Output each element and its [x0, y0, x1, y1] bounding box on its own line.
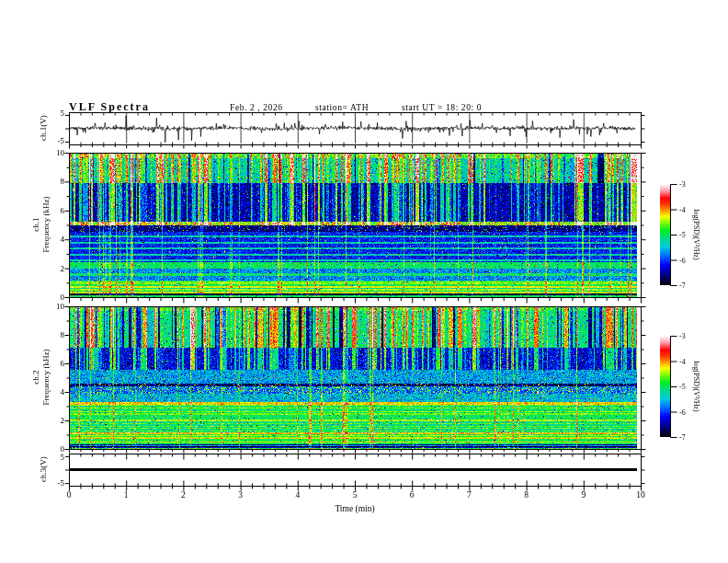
spec1-ytick-8: 8 — [42, 177, 64, 186]
cbar1-label: log(PSD)(V²/Hz) — [692, 209, 700, 259]
ch3-wave-ytick-neg5: -5 — [42, 478, 64, 488]
cbar1-tick-neg3: -3 — [679, 180, 686, 189]
spec2-ylabel-line1: ch.2 — [31, 349, 41, 405]
xtick-1: 1 — [124, 490, 129, 500]
colorbar-ch1 — [660, 184, 670, 285]
cbar2-tick-neg6: -6 — [679, 408, 686, 416]
colorbar-ch2 — [660, 336, 670, 437]
spec2-ylabel-line2: Frequency (kHz) — [41, 349, 51, 405]
spec1-ytick-10: 10 — [42, 148, 64, 157]
xtick-10: 10 — [636, 490, 645, 500]
vlf-spectra-figure: VLF Spectra Feb. 2 , 2026 station= ATH s… — [0, 0, 728, 563]
cbar1-tick-neg5: -5 — [679, 231, 686, 239]
spec2-ytick-8: 8 — [42, 330, 64, 339]
spec1-ylabel-line2: Frequency (kHz) — [41, 196, 51, 252]
ch1-wave-ytick-5: 5 — [42, 109, 64, 118]
plot-title: VLF Spectra — [69, 100, 150, 114]
start-ut-label: start UT = 18: 20: 0 — [402, 103, 482, 112]
spec2-ytick-4: 4 — [42, 387, 64, 396]
cbar1-tick-neg4: -4 — [679, 205, 686, 213]
cbar2-tick-neg7: -7 — [679, 433, 686, 442]
ch1-spectrogram-canvas — [70, 154, 637, 297]
cbar2-tick-neg5: -5 — [679, 383, 686, 391]
ch2-spectrogram-canvas — [70, 307, 637, 449]
date-label: Feb. 2 , 2026 — [230, 103, 283, 112]
spec2-ytick-10: 10 — [42, 302, 64, 311]
spec1-ylabel-line1: ch.1 — [31, 196, 41, 252]
spec1-ytick-4: 4 — [42, 235, 64, 244]
xtick-9: 9 — [581, 490, 586, 500]
spec2-ytick-6: 6 — [42, 359, 64, 368]
cbar2-tick-neg4: -4 — [679, 357, 686, 365]
xtick-2: 2 — [181, 490, 186, 500]
cbar1-tick-neg7: -7 — [679, 282, 686, 290]
xtick-8: 8 — [524, 490, 529, 500]
cbar1-tick-neg6: -6 — [679, 256, 686, 264]
spec1-ylabel: ch.1 Frequency (kHz) — [31, 196, 51, 252]
xtick-5: 5 — [353, 490, 358, 500]
xtick-0: 0 — [67, 490, 72, 500]
ch1-wave-ytick-neg5: -5 — [42, 136, 64, 145]
xtick-4: 4 — [295, 490, 300, 500]
xtick-3: 3 — [238, 490, 243, 500]
spec1-ytick-6: 6 — [42, 206, 64, 215]
ch3-wave-ytick-5: 5 — [42, 453, 64, 462]
xtick-7: 7 — [467, 490, 472, 500]
xtick-6: 6 — [410, 490, 415, 500]
spec2-ylabel: ch.2 Frequency (kHz) — [31, 349, 51, 405]
station-label: station= ATH — [315, 103, 369, 112]
cbar2-label: log(PSD)(V²/Hz) — [692, 361, 700, 411]
cbar2-tick-neg3: -3 — [679, 332, 686, 340]
spec1-ytick-0: 0 — [42, 293, 64, 302]
x-axis-label: Time (min) — [335, 504, 374, 513]
spec2-ytick-2: 2 — [42, 416, 64, 425]
spec1-ytick-2: 2 — [42, 264, 64, 273]
